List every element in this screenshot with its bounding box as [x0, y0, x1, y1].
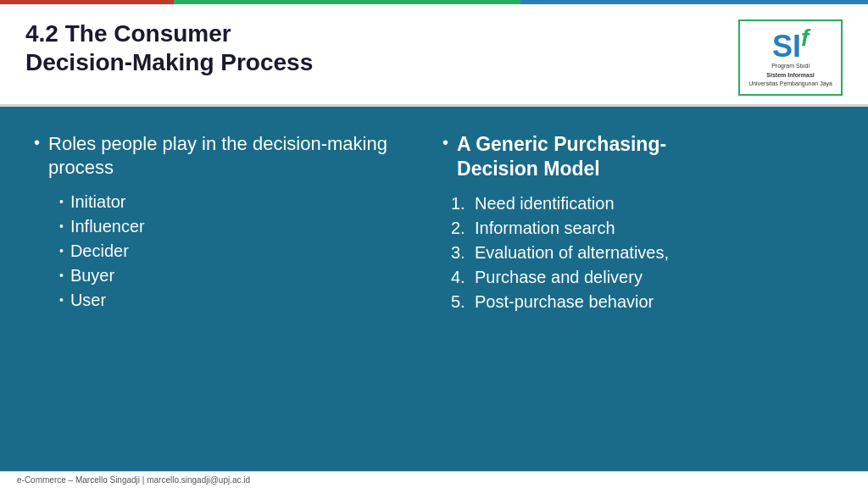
sub-dot: •: [59, 269, 64, 282]
num-label: 3.: [451, 243, 475, 263]
sub-dot: •: [59, 219, 64, 233]
num-label: 5.: [451, 292, 475, 312]
sub-text: Influencer: [70, 217, 145, 236]
sub-text: Decider: [70, 241, 129, 261]
logo-box: SIf Program Studi Sistem Informasi Unive…: [738, 19, 843, 96]
main-bullet-left-text: Roles people play in the decision-making…: [48, 132, 426, 180]
sub-dot: •: [59, 293, 64, 307]
sub-dot: •: [59, 195, 64, 208]
num-text: Information search: [475, 219, 615, 238]
sub-text: Buyer: [70, 266, 114, 286]
main-content: • Roles people play in the decision-maki…: [0, 107, 868, 472]
slide-title: 4.2 The Consumer Decision-Making Process: [25, 19, 313, 76]
list-item: • User: [59, 291, 426, 310]
num-label: 1.: [451, 194, 475, 214]
right-column: • A Generic Purchasing- Decision Model 1…: [442, 132, 834, 455]
num-text: Need identification: [475, 194, 615, 214]
numbered-list: 1. Need identification 2. Information se…: [451, 194, 834, 317]
list-item: • Buyer: [59, 266, 426, 286]
num-label: 2.: [451, 219, 475, 238]
list-item: • Decider: [59, 241, 426, 261]
num-text: Evaluation of alternatives,: [475, 243, 669, 263]
left-column: • Roles people play in the decision-maki…: [34, 132, 426, 455]
num-label: 4.: [451, 268, 475, 287]
footer-text: e-Commerce – Marcello Singadji | marcell…: [17, 475, 250, 485]
slide: 4.2 The Consumer Decision-Making Process…: [0, 0, 868, 488]
footer: e-Commerce – Marcello Singadji | marcell…: [0, 471, 868, 488]
main-bullet-left: • Roles people play in the decision-maki…: [34, 132, 426, 180]
title-line2: Decision-Making Process: [25, 48, 313, 77]
sub-text: Initiator: [70, 192, 126, 212]
list-item: 1. Need identification: [451, 194, 834, 214]
bullet-dot-right: •: [442, 134, 448, 151]
sub-list-left: • Initiator • Influencer • Decider • Buy…: [59, 192, 426, 315]
list-item: • Initiator: [59, 192, 426, 212]
num-text: Purchase and delivery: [475, 268, 643, 287]
list-item: 2. Information search: [451, 219, 834, 238]
num-text: Post-purchase behavior: [475, 292, 654, 312]
main-bullet-right-text: A Generic Purchasing- Decision Model: [457, 132, 666, 183]
title-line1: 4.2 The Consumer: [25, 19, 313, 48]
sub-text: User: [70, 291, 106, 310]
logo-si: SIf: [772, 26, 809, 62]
list-item: • Influencer: [59, 217, 426, 236]
header: 4.2 The Consumer Decision-Making Process…: [0, 4, 868, 107]
main-bullet-right: • A Generic Purchasing- Decision Model: [442, 132, 834, 183]
list-item: 5. Post-purchase behavior: [451, 292, 834, 312]
logo-subtitle: Program Studi Sistem Informasi Universit…: [748, 62, 832, 89]
logo-area: SIf Program Studi Sistem Informasi Unive…: [738, 19, 843, 96]
list-item: 4. Purchase and delivery: [451, 268, 834, 287]
sub-dot: •: [59, 244, 64, 258]
bullet-dot-left: •: [34, 134, 40, 151]
list-item: 3. Evaluation of alternatives,: [451, 243, 834, 263]
